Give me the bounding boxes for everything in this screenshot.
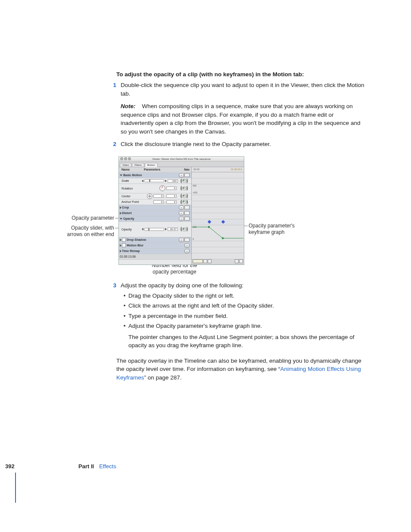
viewer-window: Viewer: Master shot Debra MS from Title … [118, 156, 244, 265]
scale-slider[interactable] [144, 179, 164, 182]
svg-rect-0 [208, 226, 210, 228]
ruler-tick: 00:00 [193, 168, 199, 171]
step-number: 2 [41, 140, 121, 149]
slider-arrow-right-icon[interactable] [165, 180, 167, 182]
section-crop: Crop [122, 206, 129, 209]
menu-button[interactable] [184, 205, 190, 209]
bullet-text: Click the arrows at the right and left o… [128, 302, 366, 310]
tab-filters[interactable]: Filters [132, 163, 144, 167]
rotation-graph-top: 432 [193, 185, 243, 187]
page-number: 392 [0, 463, 55, 470]
bullet-text: Type a percentage in the number field. [128, 312, 366, 320]
col-parameters: Parameters [144, 168, 177, 171]
reset-button[interactable]: × [184, 243, 190, 248]
note-label: Note: [121, 103, 136, 109]
tab-video[interactable]: Video [120, 163, 131, 167]
step-body: Adjust the opacity by doing one of the f… [121, 281, 366, 350]
screenshot-figure: Opacity parameter Opacity slider, with a… [41, 156, 366, 277]
keyframe-nav[interactable] [179, 186, 190, 191]
traffic-lights[interactable] [120, 157, 131, 160]
bullet-followup: The pointer changes to the Adjust Line S… [128, 333, 366, 350]
disclosure-triangle-icon[interactable] [120, 239, 121, 241]
center-x[interactable]: 0 [153, 194, 164, 198]
rotation-value[interactable]: 0 [166, 187, 177, 190]
callout-keyframe-graph-b: keyframe graph [249, 229, 284, 236]
step-3: 3 Adjust the opacity by doing one of the… [41, 281, 366, 350]
rotation-graph-bot: -432 [193, 192, 197, 194]
scroll-button[interactable] [235, 259, 239, 263]
closing-text-b: ” on page 287. [144, 374, 182, 381]
keyframe-nav[interactable] [179, 227, 190, 232]
ruler-tick: 01:00:15:0 [231, 168, 242, 171]
callout-opacity-slider-a: Opacity slider, with [32, 225, 114, 232]
section-drop-shadow: Drop Shadow [127, 238, 146, 241]
bullet-item: •Adjust the Opacity parameter's keyframe… [121, 322, 366, 330]
section-time-remap: Time Remap [122, 249, 140, 252]
window-titlebar[interactable]: Viewer: Master shot Debra MS from Title … [119, 157, 244, 162]
disclosure-triangle-icon[interactable] [120, 174, 122, 176]
step-1: 1 Double-click the sequence clip you wan… [41, 81, 366, 136]
label-scale: Scale [120, 179, 142, 182]
note-paragraph: Note: When compositing clips in a sequen… [121, 102, 366, 136]
anchor-x[interactable]: 0 [153, 200, 164, 204]
menu-button[interactable] [184, 238, 190, 242]
section-label: Effects [99, 463, 116, 470]
section-motion-blur: Motion Blur [127, 244, 143, 247]
step-number: 3 [41, 281, 121, 350]
timecode-display[interactable]: 01:00:13:08 [120, 255, 136, 258]
motion-blur-checkbox[interactable] [122, 243, 126, 247]
opacity-slider[interactable] [144, 228, 164, 231]
closing-paragraph: The opacity overlay in the Timeline can … [116, 357, 366, 382]
section-distort: Distort [122, 212, 132, 215]
section-opacity: Opacity [123, 217, 134, 220]
slider-arrow-left-icon[interactable] [142, 228, 143, 230]
disclosure-triangle-icon[interactable] [120, 206, 121, 209]
scroll-left-button[interactable] [203, 259, 207, 263]
step-text: Double-click the sequence clip you want … [121, 82, 364, 97]
scroll-button[interactable] [208, 259, 212, 263]
opacity-keyframe-graph[interactable] [192, 225, 243, 241]
drop-shadow-checkbox[interactable] [122, 238, 126, 242]
tab-motion[interactable]: Motion [145, 163, 158, 167]
callout-number-field-b: opacity percentage [131, 269, 218, 276]
anchor-y[interactable]: 0 [166, 200, 177, 204]
menu-button[interactable] [184, 173, 190, 177]
note-body: When compositing clips in a sequence, ma… [121, 103, 360, 135]
reset-button[interactable]: × [179, 173, 184, 177]
reset-button[interactable]: × [179, 217, 184, 221]
menu-button[interactable] [184, 211, 190, 215]
scale-value[interactable]: 100 [168, 179, 178, 183]
reset-button[interactable]: × [179, 238, 184, 242]
keyframe-nav[interactable] [179, 193, 190, 199]
disclosure-triangle-icon[interactable] [120, 212, 121, 215]
reset-button[interactable]: × [184, 249, 190, 253]
slider-arrow-left-icon[interactable] [142, 180, 143, 182]
bullet-item: •Drag the Opacity slider to the right or… [121, 292, 366, 300]
keyframe-nav[interactable] [179, 178, 190, 184]
disclosure-triangle-icon[interactable] [120, 244, 121, 247]
label-opacity: Opacity [120, 228, 142, 231]
reset-button[interactable]: × [179, 205, 184, 210]
scroll-right-button[interactable] [239, 259, 243, 263]
keyframe-nav[interactable] [179, 199, 190, 205]
timeline-ruler[interactable]: 00:00 01:00:15:0 [192, 167, 244, 172]
keyframe-marker-icon[interactable] [221, 220, 225, 224]
disclosure-triangle-icon[interactable] [120, 250, 121, 252]
step-text: Adjust the opacity by doing one of the f… [121, 282, 243, 289]
reset-button[interactable]: × [179, 211, 184, 215]
label-rotation: Rotation [120, 187, 144, 190]
opacity-value[interactable]: 20.37 [168, 227, 178, 231]
bullet-text: Adjust the Opacity parameter's keyframe … [128, 322, 366, 330]
step-2: 2 Click the disclosure triangle next to … [41, 140, 366, 149]
disclosure-triangle-icon[interactable] [120, 218, 122, 220]
center-crosshair[interactable] [147, 193, 153, 199]
callout-opacity-parameter: Opacity parameter [38, 215, 114, 222]
rotation-dial[interactable] [159, 185, 165, 191]
menu-button[interactable] [184, 217, 190, 221]
slider-arrow-right-icon[interactable] [165, 228, 167, 230]
center-y[interactable]: 0 [166, 194, 177, 198]
keyframe-marker-icon[interactable] [208, 220, 211, 224]
zoom-slider[interactable] [193, 259, 203, 263]
svg-rect-1 [222, 237, 224, 239]
step-body: Double-click the sequence clip you want … [121, 81, 366, 136]
